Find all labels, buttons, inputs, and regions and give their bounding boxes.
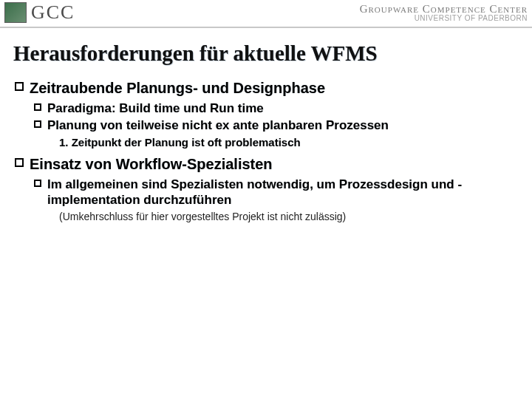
- brand-short: GCC: [31, 1, 75, 24]
- list-item-label: 1. Zeitpunkt der Planung ist oft problem…: [59, 136, 301, 149]
- brand-right: Groupware Competence Center UNIVERSITY O…: [360, 1, 528, 22]
- note-text: (Umkehrschluss für hier vorgestelltes Pr…: [59, 211, 346, 222]
- list-item-label: Zeitraubende Planungs- und Designphase: [30, 79, 325, 98]
- list-item-note: (Umkehrschluss für hier vorgestelltes Pr…: [59, 210, 516, 223]
- list-item: Im allgemeinen sind Spezialisten notwend…: [34, 177, 516, 208]
- list-item: Paradigma: Build time und Run time: [34, 100, 516, 116]
- bullet-square-icon: [34, 120, 41, 128]
- page-title: Herausforderungen für aktuelle WFMS: [13, 41, 516, 66]
- bullet-square-icon: [15, 82, 24, 91]
- logo-icon: [4, 2, 27, 23]
- bullet-square-icon: [34, 180, 41, 187]
- list-item-label: Planung von teilweise nicht ex ante plan…: [47, 117, 389, 133]
- header: GCC Groupware Competence Center UNIVERSI…: [0, 0, 532, 27]
- list-item: Einsatz von Workflow-Spezialisten: [15, 155, 516, 174]
- list-item-label: Paradigma: Build time und Run time: [47, 100, 264, 116]
- list-item-label: Einsatz von Workflow-Spezialisten: [30, 155, 273, 174]
- slide: GCC Groupware Competence Center UNIVERSI…: [0, 0, 532, 399]
- body: Herausforderungen für aktuelle WFMS Zeit…: [0, 28, 532, 223]
- bullet-square-icon: [34, 103, 41, 111]
- list-item: 1. Zeitpunkt der Planung ist oft problem…: [59, 135, 516, 150]
- list-item-label: Im allgemeinen sind Spezialisten notwend…: [47, 177, 516, 208]
- brand-left: GCC: [4, 1, 75, 24]
- list-item: Planung von teilweise nicht ex ante plan…: [34, 117, 516, 133]
- list-item: Zeitraubende Planungs- und Designphase: [15, 79, 516, 98]
- bullet-square-icon: [15, 158, 24, 167]
